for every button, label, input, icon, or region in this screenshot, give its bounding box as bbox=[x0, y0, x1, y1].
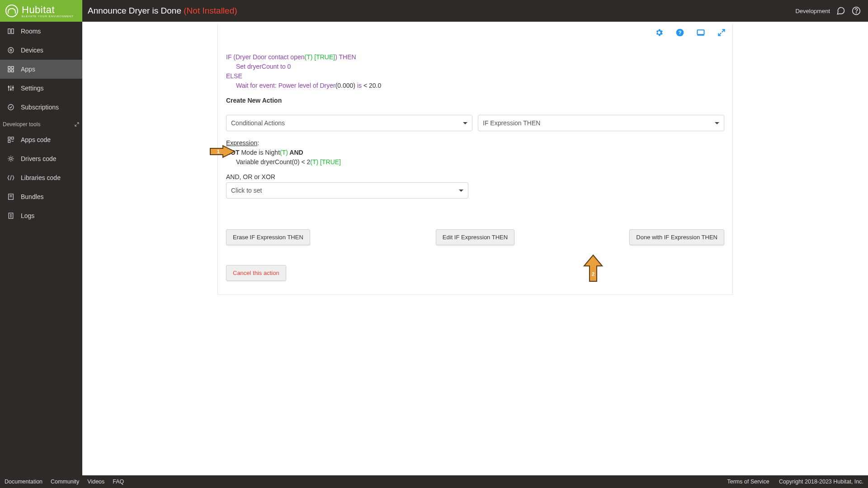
done-expression-button[interactable]: Done with IF Expression THEN bbox=[629, 229, 724, 245]
action-type-select[interactable]: Conditional Actions bbox=[226, 115, 472, 131]
screen-icon[interactable] bbox=[696, 28, 705, 37]
rule-code-preview: IF (Dryer Door contact open(T) [TRUE]) T… bbox=[226, 52, 724, 90]
edit-expression-button[interactable]: Edit IF Expression THEN bbox=[436, 229, 514, 245]
sidebar-item-label: Rooms bbox=[21, 28, 41, 35]
sidebar-item-settings[interactable]: Settings bbox=[0, 79, 82, 98]
arrow-number: 1 bbox=[217, 149, 220, 154]
page-title-status: (Not Installed) bbox=[184, 6, 237, 15]
sidebar-item-apps[interactable]: Apps bbox=[0, 60, 82, 79]
svg-marker-32 bbox=[210, 146, 235, 157]
svg-rect-6 bbox=[8, 66, 10, 69]
sidebar-item-label: Drivers code bbox=[21, 155, 57, 162]
page-title-text: Announce Dryer is Done bbox=[88, 6, 184, 15]
cancel-action-button[interactable]: Cancel this action bbox=[226, 265, 286, 281]
footer-link-terms[interactable]: Terms of Service bbox=[727, 479, 769, 485]
collapse-icon[interactable] bbox=[74, 122, 80, 127]
footer-link-videos[interactable]: Videos bbox=[87, 479, 104, 485]
logo-text-wrap: Hubitat ELEVATE YOUR ENVIRONMENT bbox=[22, 4, 74, 18]
sidebar-item-drivers-code[interactable]: Drivers code bbox=[0, 149, 82, 168]
footer-link-faq[interactable]: FAQ bbox=[113, 479, 124, 485]
action-subtype-select[interactable]: IF Expression THEN bbox=[478, 115, 724, 131]
action-selects-row: Conditional Actions IF Expression THEN bbox=[226, 115, 724, 131]
sidebar-section-header[interactable]: Developer tools bbox=[0, 117, 82, 130]
main-content: ? IF (Dryer Door contact open(T) [TRUE])… bbox=[82, 22, 868, 475]
svg-rect-3 bbox=[11, 29, 14, 34]
code-line: IF (Dryer Door contact open(T) [TRUE]) T… bbox=[226, 52, 724, 62]
logo[interactable]: Hubitat ELEVATE YOUR ENVIRONMENT bbox=[0, 0, 82, 22]
expression-eval: (T) bbox=[280, 149, 288, 156]
sidebar-item-label: Devices bbox=[21, 47, 43, 54]
comment-icon[interactable] bbox=[836, 6, 845, 15]
settings-icon bbox=[6, 84, 15, 92]
footer-link-community[interactable]: Community bbox=[51, 479, 79, 485]
logo-text: Hubitat bbox=[22, 4, 74, 16]
sidebar-item-apps-code[interactable]: Apps code bbox=[0, 130, 82, 149]
svg-point-5 bbox=[8, 47, 14, 53]
footer: Documentation Community Videos FAQ Terms… bbox=[0, 475, 868, 488]
select-placeholder: Click to set bbox=[231, 187, 262, 194]
svg-rect-7 bbox=[11, 66, 14, 69]
expression-text: Mode is Night bbox=[240, 149, 280, 156]
action-buttons-row: Erase IF Expression THEN Edit IF Express… bbox=[226, 229, 724, 245]
select-value: Conditional Actions bbox=[231, 119, 285, 127]
sidebar-item-label: Apps code bbox=[21, 136, 51, 143]
expression-colon: : bbox=[257, 139, 259, 147]
sidebar-item-devices[interactable]: Devices bbox=[0, 41, 82, 60]
svg-point-20 bbox=[9, 157, 12, 160]
sidebar-item-subscriptions[interactable]: Subscriptions bbox=[0, 98, 82, 117]
andor-select[interactable]: Click to set bbox=[226, 182, 468, 199]
drivers-code-icon bbox=[6, 155, 15, 163]
sidebar-item-logs[interactable]: Logs bbox=[0, 206, 82, 225]
logs-icon bbox=[6, 212, 15, 220]
code-text: [TRUE] bbox=[312, 53, 335, 61]
svg-text:2: 2 bbox=[592, 271, 594, 277]
gear-icon[interactable] bbox=[655, 28, 664, 37]
svg-marker-33 bbox=[584, 255, 602, 281]
annotation-arrow-2: 2 bbox=[583, 254, 603, 282]
sidebar-item-label: Apps bbox=[21, 66, 35, 73]
svg-rect-30 bbox=[698, 30, 704, 34]
svg-rect-8 bbox=[8, 70, 10, 72]
expand-icon[interactable] bbox=[717, 28, 726, 37]
sidebar: Rooms Devices Apps Settings Subscription… bbox=[0, 22, 82, 475]
logo-tagline: ELEVATE YOUR ENVIRONMENT bbox=[22, 15, 74, 18]
sidebar-item-bundles[interactable]: Bundles bbox=[0, 187, 82, 206]
svg-rect-9 bbox=[11, 70, 14, 72]
chevron-down-icon bbox=[459, 190, 463, 192]
code-text: is bbox=[357, 82, 363, 89]
sidebar-item-libraries-code[interactable]: Libraries code bbox=[0, 168, 82, 187]
annotation-arrow-1: 1 bbox=[209, 145, 236, 158]
svg-rect-18 bbox=[11, 137, 14, 139]
rooms-icon bbox=[6, 27, 15, 35]
sidebar-item-label: Bundles bbox=[21, 193, 44, 200]
footer-copyright: Copyright 2018-2023 Hubitat, Inc. bbox=[779, 479, 863, 485]
footer-link-documentation[interactable]: Documentation bbox=[5, 479, 42, 485]
sidebar-item-label: Subscriptions bbox=[21, 104, 59, 111]
bundles-icon bbox=[6, 193, 15, 201]
apps-code-icon bbox=[6, 136, 15, 144]
apps-icon bbox=[6, 65, 15, 73]
help-icon[interactable] bbox=[852, 6, 861, 15]
svg-point-16 bbox=[8, 104, 14, 110]
code-line: Set dryerCount to 0 bbox=[226, 62, 724, 71]
code-text: ) THEN bbox=[335, 53, 356, 61]
svg-rect-17 bbox=[8, 137, 10, 139]
code-text: Wait for event: Power level of Dryer bbox=[236, 82, 335, 89]
svg-text:?: ? bbox=[678, 29, 681, 35]
sidebar-item-label: Libraries code bbox=[21, 174, 61, 181]
expression-title-row: Expression: bbox=[226, 138, 724, 148]
sidebar-item-rooms[interactable]: Rooms bbox=[0, 22, 82, 41]
logo-icon bbox=[5, 5, 18, 17]
andor-label: AND, OR or XOR bbox=[226, 173, 724, 180]
sidebar-item-label: Settings bbox=[21, 85, 44, 92]
sidebar-section-label: Developer tools bbox=[3, 121, 40, 128]
svg-point-4 bbox=[10, 49, 12, 51]
expression-and: AND bbox=[288, 149, 303, 156]
chevron-down-icon bbox=[463, 122, 467, 124]
code-line: Wait for event: Power level of Dryer(0.0… bbox=[226, 81, 724, 90]
erase-expression-button[interactable]: Erase IF Expression THEN bbox=[226, 229, 310, 245]
help-icon[interactable]: ? bbox=[675, 28, 684, 37]
code-text: (T) bbox=[305, 53, 313, 61]
rule-card: ? IF (Dryer Door contact open(T) [TRUE])… bbox=[217, 24, 733, 295]
expression-line: Variable dryerCount(0) < 2(T) [TRUE] bbox=[226, 157, 724, 167]
